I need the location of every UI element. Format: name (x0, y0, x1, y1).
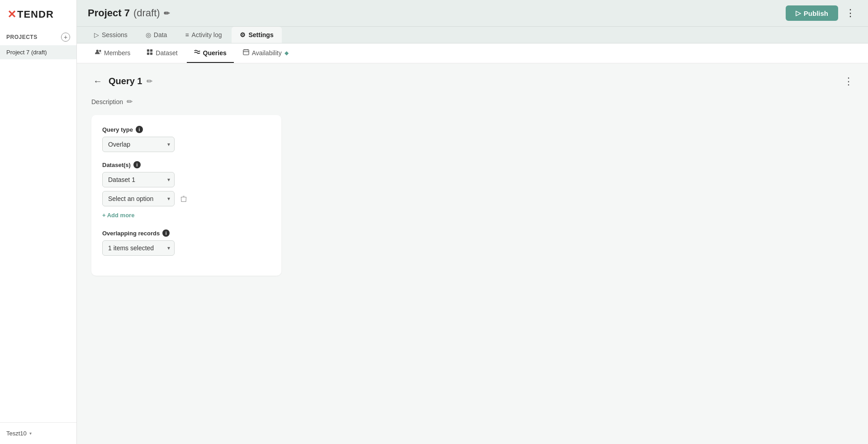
dataset-label: Dataset (156, 49, 177, 57)
svg-point-1 (99, 50, 101, 52)
settings-icon: ⚙ (240, 31, 246, 38)
sidebar-item-project7[interactable]: Project 7 (draft) (0, 45, 76, 59)
overlapping-select[interactable]: 1 items selected (102, 240, 175, 256)
datasets-group: Dataset(s) i Dataset 1 ▾ (102, 161, 270, 220)
overlapping-label: Overlapping records i (102, 229, 270, 237)
query-type-label: Query type i (102, 126, 270, 133)
project-title-text: Project 7 (88, 7, 130, 19)
back-button[interactable]: ← (91, 74, 104, 88)
projects-header: PROJECTS + (0, 29, 76, 45)
query-type-group: Query type i Overlap ▾ (102, 126, 270, 152)
dataset2-select-wrapper: Select an option ▾ (102, 191, 175, 206)
dataset-2-row: Select an option ▾ (102, 191, 270, 206)
trash-icon (180, 195, 187, 202)
sidebar: ✕ TENDR PROJECTS + Project 7 (draft) Tes… (0, 0, 77, 444)
query-edit-icon[interactable]: ✏ (147, 77, 152, 86)
sec-tab-members[interactable]: Members (88, 43, 138, 63)
sec-tab-queries[interactable]: Queries (187, 43, 234, 63)
draft-label: (draft) (133, 7, 160, 19)
query-title: Query 1 (109, 76, 142, 86)
query-more-button[interactable]: ⋮ (844, 76, 854, 87)
overlapping-select-wrapper: 1 items selected ▾ (102, 240, 175, 256)
activity-log-icon: ≡ (185, 31, 189, 38)
query-card: Query type i Overlap ▾ Dataset(s) i (91, 115, 281, 276)
sessions-icon: ▷ (94, 31, 99, 38)
secondary-nav: Members Dataset Queries Availability ◆ (77, 43, 868, 63)
add-more-label: + Add more (102, 212, 134, 219)
dataset-icon (147, 49, 153, 57)
main-content: Project 7 (draft) ✏ ▷ Publish ⋮ ▷ Sessio… (77, 0, 868, 444)
description-label: Description (91, 98, 123, 105)
dataset-1-row: Dataset 1 ▾ (102, 172, 270, 187)
tab-sessions-label: Sessions (102, 31, 128, 38)
dataset2-select[interactable]: Select an option (102, 191, 175, 206)
query-type-select-wrapper: Overlap ▾ (102, 137, 175, 152)
user-name: Teszt10 (6, 430, 27, 437)
chevron-down-icon: ▾ (29, 431, 32, 436)
overlapping-group: Overlapping records i 1 items selected ▾ (102, 229, 270, 256)
svg-rect-3 (150, 49, 152, 52)
dataset1-select-wrapper: Dataset 1 ▾ (102, 172, 175, 187)
logo: ✕ TENDR (0, 0, 76, 29)
add-more-button[interactable]: + Add more (102, 210, 134, 220)
page-content: ← Query 1 ✏ ⋮ Description ✏ Query type i… (77, 63, 868, 444)
overlapping-info-icon[interactable]: i (162, 229, 170, 237)
data-icon: ◎ (146, 31, 151, 38)
tab-bar: ▷ Sessions ◎ Data ≡ Activity log ⚙ Setti… (77, 27, 868, 43)
tab-activity-log-label: Activity log (192, 31, 222, 38)
datasets-label-text: Dataset(s) (102, 162, 131, 168)
description-row: Description ✏ (91, 97, 854, 106)
sidebar-footer-user[interactable]: Teszt10 ▾ (0, 422, 76, 444)
datasets-info-icon[interactable]: i (133, 161, 141, 168)
add-project-button[interactable]: + (61, 33, 70, 42)
tab-data[interactable]: ◎ Data (138, 27, 175, 43)
availability-label: Availability (252, 49, 282, 57)
project-title-area: Project 7 (draft) ✏ (88, 7, 170, 19)
publish-icon: ▷ (796, 9, 801, 17)
svg-rect-6 (243, 50, 249, 55)
description-edit-icon[interactable]: ✏ (127, 97, 133, 106)
queries-icon (194, 49, 200, 57)
tab-sessions[interactable]: ▷ Sessions (86, 27, 136, 43)
availability-icon (243, 49, 249, 57)
project-edit-icon[interactable]: ✏ (164, 9, 170, 18)
publish-label: Publish (804, 10, 828, 17)
query-header-left: ← Query 1 ✏ (91, 74, 152, 88)
query-header: ← Query 1 ✏ ⋮ (91, 74, 854, 88)
members-icon (95, 49, 101, 57)
logo-x-icon: ✕ (7, 8, 16, 21)
tab-settings[interactable]: ⚙ Settings (232, 27, 281, 43)
diamond-icon: ◆ (285, 50, 289, 56)
overlapping-label-text: Overlapping records (102, 230, 160, 237)
query-type-select[interactable]: Overlap (102, 137, 175, 152)
dataset1-select[interactable]: Dataset 1 (102, 172, 175, 187)
query-type-info-icon[interactable]: i (136, 126, 143, 133)
header-actions: ▷ Publish ⋮ (786, 5, 857, 21)
svg-rect-4 (147, 53, 149, 55)
logo-text: TENDR (17, 9, 54, 20)
delete-dataset2-button[interactable] (178, 193, 189, 204)
svg-rect-5 (150, 53, 152, 55)
query-type-label-text: Query type (102, 126, 133, 133)
members-label: Members (104, 49, 130, 57)
tab-data-label: Data (154, 31, 167, 38)
tab-settings-label: Settings (248, 31, 273, 38)
header-more-button[interactable]: ⋮ (844, 5, 857, 21)
top-header: Project 7 (draft) ✏ ▷ Publish ⋮ (77, 0, 868, 27)
tab-activity-log[interactable]: ≡ Activity log (177, 27, 230, 43)
publish-button[interactable]: ▷ Publish (786, 5, 838, 21)
projects-label: PROJECTS (6, 34, 38, 40)
svg-rect-2 (147, 49, 149, 52)
sec-tab-availability[interactable]: Availability ◆ (236, 43, 296, 63)
datasets-label: Dataset(s) i (102, 161, 270, 168)
queries-label: Queries (203, 49, 227, 57)
sec-tab-dataset[interactable]: Dataset (139, 43, 185, 63)
